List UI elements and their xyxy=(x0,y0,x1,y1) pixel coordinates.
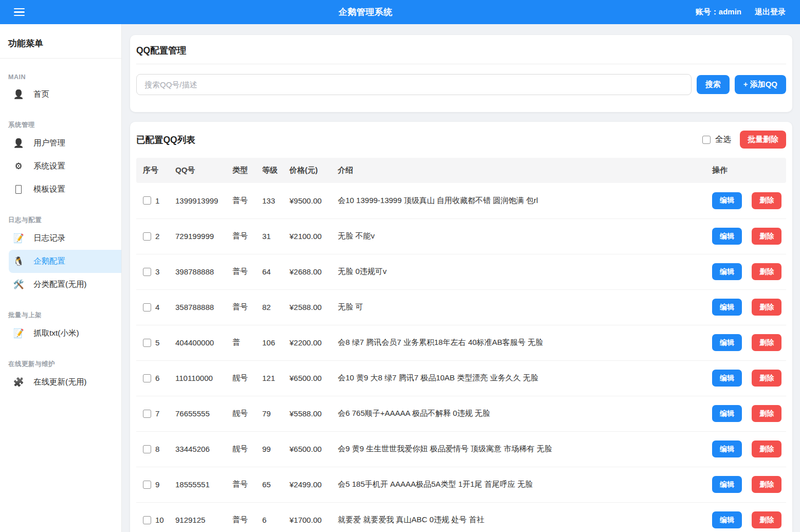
table-row: 6 110110000 靓号 121 ¥6500.00 会10 黄9 大8 绿7… xyxy=(136,360,786,396)
row-checkbox[interactable] xyxy=(143,268,151,276)
delete-button[interactable]: 删除 xyxy=(752,441,781,457)
sidebar-nav: MAIN👤首页系统管理👤用户管理⚙系统设置模板设置日志与配置📝日志记录🐧企鹅配置… xyxy=(0,74,121,394)
memo-icon: 📝 xyxy=(12,234,25,243)
sidebar-item-label: 在线更新(无用) xyxy=(33,377,86,388)
edit-button[interactable]: 编辑 xyxy=(712,405,742,422)
edit-button[interactable]: 编辑 xyxy=(712,192,742,209)
edit-button[interactable]: 编辑 xyxy=(712,370,742,387)
row-checkbox[interactable] xyxy=(143,374,151,382)
row-checkbox[interactable] xyxy=(143,232,151,241)
logout-link[interactable]: 退出登录 xyxy=(755,7,786,17)
account-label: 账号：admin xyxy=(696,7,741,17)
row-checkbox[interactable] xyxy=(143,339,151,347)
col-actions: 操作 xyxy=(707,158,786,183)
divider xyxy=(136,64,786,64)
row-price: ¥6500.00 xyxy=(284,360,333,396)
delete-button[interactable]: 删除 xyxy=(752,263,781,280)
main-content: QQ配置管理 搜索 + 添加QQ 已配置QQ列表 全选 批量删除 xyxy=(122,24,800,532)
col-desc: 介绍 xyxy=(333,158,707,183)
sidebar-item-user-management[interactable]: 👤用户管理 xyxy=(9,132,121,155)
delete-button[interactable]: 删除 xyxy=(752,405,781,422)
delete-button[interactable]: 删除 xyxy=(752,511,781,528)
row-price: ¥6500.00 xyxy=(284,431,333,467)
memo-icon: 📝 xyxy=(12,329,25,338)
delete-button[interactable]: 删除 xyxy=(752,228,781,245)
add-qq-button[interactable]: + 添加QQ xyxy=(735,75,786,94)
sidebar-item-label: 抓取txt(小米) xyxy=(33,328,79,339)
row-checkbox[interactable] xyxy=(143,303,151,311)
row-index: 3 xyxy=(155,267,159,276)
delete-button[interactable]: 删除 xyxy=(752,299,781,316)
col-qq: QQ号 xyxy=(170,158,227,183)
table-row: 2 729199999 普号 31 ¥2100.00 无脸 不能v 编辑 删除 xyxy=(136,218,786,254)
row-checkbox[interactable] xyxy=(143,410,151,418)
row-qq-number: 76655555 xyxy=(170,396,227,431)
row-level: 99 xyxy=(257,431,284,467)
puzzle-icon: 🧩 xyxy=(12,378,25,387)
sidebar-item-penguin-config[interactable]: 🐧企鹅配置 xyxy=(9,250,121,273)
edit-button[interactable]: 编辑 xyxy=(712,441,742,457)
row-description: 会9 黄9 生生世世我爱你妞 极品爱情号 顶级寓意 市场稀有 无脸 xyxy=(333,431,707,467)
sidebar-item-system-settings[interactable]: ⚙系统设置 xyxy=(9,155,121,178)
row-description: 就要爱 就要爱我 真山ABC 0违规 处号 首社 xyxy=(333,502,707,532)
sidebar-item-online-update[interactable]: 🧩在线更新(无用) xyxy=(9,371,121,394)
row-type: 普号 xyxy=(227,289,257,325)
sidebar-item-category-config[interactable]: 🛠️分类配置(无用) xyxy=(9,273,121,296)
menu-icon[interactable] xyxy=(14,8,25,16)
select-all-checkbox[interactable] xyxy=(702,136,711,144)
sidebar-item-log-records[interactable]: 📝日志记录 xyxy=(9,227,121,250)
edit-button[interactable]: 编辑 xyxy=(712,511,742,528)
edit-button[interactable]: 编辑 xyxy=(712,334,742,351)
row-qq-number: 404400000 xyxy=(170,325,227,360)
row-description: 会6 765顺子+AAAAA 极品不解释 0违规 无脸 xyxy=(333,396,707,431)
search-button[interactable]: 搜索 xyxy=(697,75,730,94)
delete-button[interactable]: 删除 xyxy=(752,334,781,351)
sidebar-item-label: 日志记录 xyxy=(33,233,65,244)
edit-button[interactable]: 编辑 xyxy=(712,228,742,245)
row-level: 133 xyxy=(257,183,284,218)
edit-button[interactable]: 编辑 xyxy=(712,299,742,316)
row-description: 会10 13999-13999 顶级真山 自用收藏都不错 圆润饱满 包rl xyxy=(333,183,707,218)
sidebar-item-grab-txt[interactable]: 📝抓取txt(小米) xyxy=(9,322,121,345)
delete-button[interactable]: 删除 xyxy=(752,192,781,209)
row-price: ¥2499.00 xyxy=(284,467,333,502)
row-type: 靓号 xyxy=(227,396,257,431)
col-type: 类型 xyxy=(227,158,257,183)
row-checkbox[interactable] xyxy=(143,481,151,489)
select-all[interactable]: 全选 xyxy=(702,134,731,145)
list-card-title: 已配置QQ列表 xyxy=(136,134,195,146)
config-card-title: QQ配置管理 xyxy=(136,44,786,57)
row-checkbox[interactable] xyxy=(143,196,151,205)
search-input[interactable] xyxy=(136,74,692,95)
row-qq-number: 33445206 xyxy=(170,431,227,467)
sidebar-item-template-settings[interactable]: 模板设置 xyxy=(9,178,121,201)
row-checkbox[interactable] xyxy=(143,516,151,524)
edit-button[interactable]: 编辑 xyxy=(712,263,742,280)
sidebar-section-label: 日志与配置 xyxy=(8,216,113,225)
row-qq-number: 729199999 xyxy=(170,218,227,254)
row-index: 7 xyxy=(155,409,159,418)
table-row: 1 1399913999 普号 133 ¥9500.00 会10 13999-1… xyxy=(136,183,786,218)
sidebar-item-label: 系统设置 xyxy=(33,161,65,172)
sidebar-item-home[interactable]: 👤首页 xyxy=(9,83,121,106)
row-level: 121 xyxy=(257,360,284,396)
batch-delete-button[interactable]: 批量删除 xyxy=(740,131,786,149)
row-price: ¥1700.00 xyxy=(284,502,333,532)
row-description: 会10 黄9 大8 绿7 腾讯7 极品10AB 类型漂亮 业务久久 无脸 xyxy=(333,360,707,396)
delete-button[interactable]: 删除 xyxy=(752,476,781,493)
sidebar-section-label: MAIN xyxy=(8,74,113,81)
row-checkbox[interactable] xyxy=(143,445,151,453)
edit-button[interactable]: 编辑 xyxy=(712,476,742,493)
qq-table: 序号 QQ号 类型 等级 价格(元) 介绍 操作 1 1399913999 普号… xyxy=(136,158,786,532)
row-description: 会5 185手机开 AAAAA极品5A类型 1开1尾 首尾呼应 无脸 xyxy=(333,467,707,502)
row-price: ¥5588.00 xyxy=(284,396,333,431)
row-level: 82 xyxy=(257,289,284,325)
row-level: 6 xyxy=(257,502,284,532)
user-icon: 👤 xyxy=(12,139,25,148)
row-index: 4 xyxy=(155,303,159,311)
row-price: ¥2588.00 xyxy=(284,289,333,325)
row-index: 2 xyxy=(155,232,159,241)
delete-button[interactable]: 删除 xyxy=(752,370,781,387)
row-type: 普号 xyxy=(227,502,257,532)
row-index: 8 xyxy=(155,445,159,453)
